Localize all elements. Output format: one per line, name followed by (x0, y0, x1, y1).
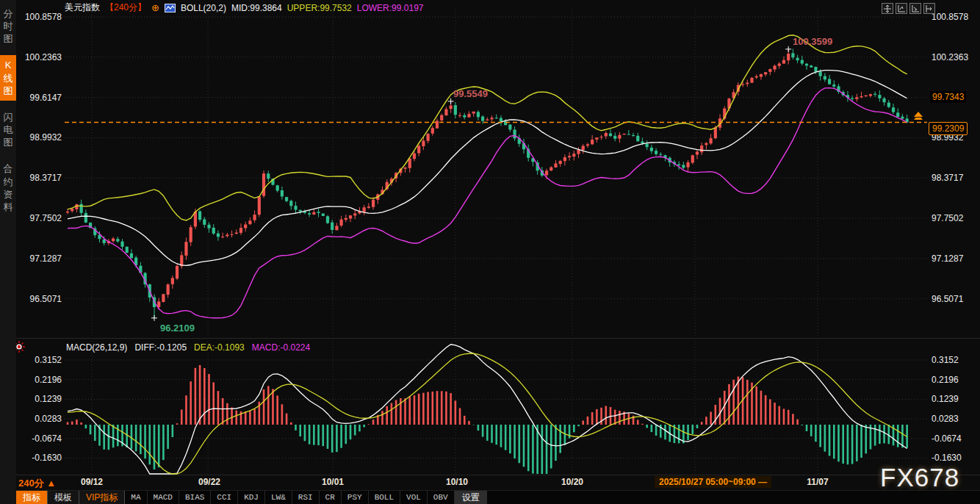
chart-header: 美元指数 【240分】 ⊕ BOLL(20,2) MID:99.3864 UPP… (65, 1, 423, 14)
scroll-to-latest-arrow-icon[interactable] (913, 112, 923, 121)
macd-axis-label-right: 0.0283 (932, 414, 959, 424)
macd-param-label: MACD(26,12,9) (66, 342, 127, 353)
boll-mid-value: MID:99.3864 (231, 3, 282, 13)
indicator-button-BOLL[interactable]: BOLL (369, 491, 400, 504)
price-macd-chart-canvas[interactable] (0, 0, 980, 504)
date-tick-label: 10/01 (322, 477, 344, 487)
toolbar-tab-指标[interactable]: 指标 (16, 491, 48, 504)
date-tick-label: 11/07 (807, 477, 828, 487)
toolbar-tab-VIP指标[interactable]: VIP指标 (79, 491, 125, 504)
selected-candle-time: 2025/10/27 05:00~09:00 — (655, 476, 771, 488)
fx678-watermark: FX678 (880, 463, 959, 492)
zoom-out-icon[interactable] (909, 3, 921, 14)
price-axis-label-right: 97.7502 (932, 213, 963, 223)
price-axis-label-right: 100.8578 (932, 12, 968, 22)
pan-move-icon[interactable] (882, 3, 893, 14)
macd-axis-label-left: -0.0674 (16, 433, 62, 444)
date-axis: 240分 ▲ 2025/10/27 05:00~09:00 — 09/1209/… (0, 476, 980, 489)
price-axis-label-left: 99.6147 (16, 93, 62, 103)
last-price-badge: 99.2309 (929, 122, 968, 135)
price-axis-label-left: 98.9932 (16, 132, 62, 143)
indicator-toolbar: 指标模板VIP指标MAMACDBIASCCIKDJLW&RSICRPSYBOLL… (16, 490, 980, 504)
price-axis-label-left: 97.7502 (16, 213, 62, 223)
indicator-button-BIAS[interactable]: BIAS (179, 491, 211, 504)
indicator-button-MA[interactable]: MA (125, 491, 147, 504)
sidebar-tab-label: 闪电图 (3, 111, 13, 148)
indicator-button-RSI[interactable]: RSI (292, 491, 320, 504)
indicator-button-LW&[interactable]: LW& (265, 491, 292, 504)
macd-header: MACD(26,12,9) DIFF:-0.1205 DEA:-0.1093 M… (66, 342, 310, 353)
charting-app: 分时图K线图闪电图合约资料 美元指数 【240分】 ⊕ BOLL(20,2) M… (0, 0, 980, 504)
macd-axis-label-left: 0.0283 (16, 414, 62, 424)
macd-axis-label-left: -0.1630 (16, 453, 62, 463)
price-axis-label-right: 96.5071 (932, 294, 963, 304)
go-latest-icon[interactable] (923, 3, 935, 14)
zoom-in-icon[interactable] (896, 3, 907, 14)
macd-macd-value: MACD:-0.0224 (252, 342, 310, 353)
toolbar-tab-模板[interactable]: 模板 (48, 491, 79, 504)
price-axis-label-left: 100.8578 (16, 12, 62, 22)
date-tick-label: 10/20 (561, 477, 583, 487)
indicator-button-OBV[interactable]: OBV (428, 491, 455, 504)
expand-circle-icon[interactable]: ⊕ (151, 3, 159, 12)
macd-axis-label-right: 0.3152 (932, 355, 959, 365)
indicator-button-KDJ[interactable]: KDJ (238, 491, 265, 504)
top-high-annotation: 100.3599 (793, 36, 832, 47)
price-axis-label-right: 97.1287 (932, 253, 963, 264)
sidebar-tab-闪电图[interactable]: 闪电图 (0, 107, 16, 152)
sidebar-tab-label: 合约资料 (3, 162, 13, 213)
macd-axis-label-right: 0.2196 (932, 375, 959, 385)
chart-toolbox (882, 3, 935, 14)
macd-diff-value: DIFF:-0.1205 (134, 342, 187, 353)
band-last-value-badge: 99.7343 (930, 91, 966, 103)
macd-axis-label-right: 0.1239 (932, 394, 959, 404)
sidebar-chart-mode: 分时图K线图闪电图合约资料 (0, 0, 16, 504)
boll-lower-value: LOWER:99.0197 (357, 3, 424, 13)
price-axis-label-right: 100.2363 (932, 52, 968, 62)
sidebar-tab-分时图[interactable]: 分时图 (0, 4, 16, 48)
settings-button[interactable]: 设置 (455, 491, 487, 504)
swing-high-annotation: 99.5549 (453, 88, 488, 99)
macd-axis-label-right: -0.0674 (932, 433, 962, 444)
indicator-button-VOL[interactable]: VOL (400, 491, 428, 504)
macd-axis-label-left: 0.1239 (16, 394, 62, 404)
indicator-button-CCI[interactable]: CCI (211, 491, 238, 504)
macd-axis-label-right: -0.1630 (932, 453, 962, 463)
indicator-button-CR[interactable]: CR (320, 491, 342, 504)
price-axis-label-left: 96.5071 (16, 294, 62, 304)
indicator-button-MACD[interactable]: MACD (148, 491, 179, 504)
macd-axis-label-left: 0.3152 (16, 355, 62, 365)
price-axis-label-left: 100.2363 (16, 52, 62, 62)
low-annotation: 96.2109 (160, 323, 195, 334)
price-axis-label-left: 97.1287 (16, 253, 62, 264)
sidebar-tab-label: K线图 (3, 59, 13, 96)
boll-param-label: BOLL(20,2) (181, 3, 226, 13)
period-dropdown[interactable]: 240分 ▲ (18, 477, 56, 490)
date-tick-label: 10/10 (446, 477, 468, 487)
date-tick-label: 09/12 (81, 477, 103, 487)
date-tick-label: 09/22 (198, 477, 220, 487)
sidebar-tab-K线图[interactable]: K线图 (0, 55, 16, 100)
macd-dea-value: DEA:-0.1093 (194, 342, 245, 353)
sidebar-tab-label: 分时图 (3, 7, 13, 45)
boll-upper-value: UPPER:99.7532 (287, 3, 352, 13)
sidebar-tab-合约资料[interactable]: 合约资料 (0, 159, 16, 217)
price-axis-label-right: 98.3717 (932, 173, 963, 183)
symbol-title: 美元指数 (65, 1, 100, 14)
macd-axis-label-left: 0.2196 (16, 375, 62, 385)
indicator-chart-icon[interactable] (165, 4, 176, 12)
price-axis-label-left: 98.3717 (16, 173, 62, 183)
indicator-button-PSY[interactable]: PSY (342, 491, 369, 504)
period-tag: 【240分】 (105, 1, 146, 14)
